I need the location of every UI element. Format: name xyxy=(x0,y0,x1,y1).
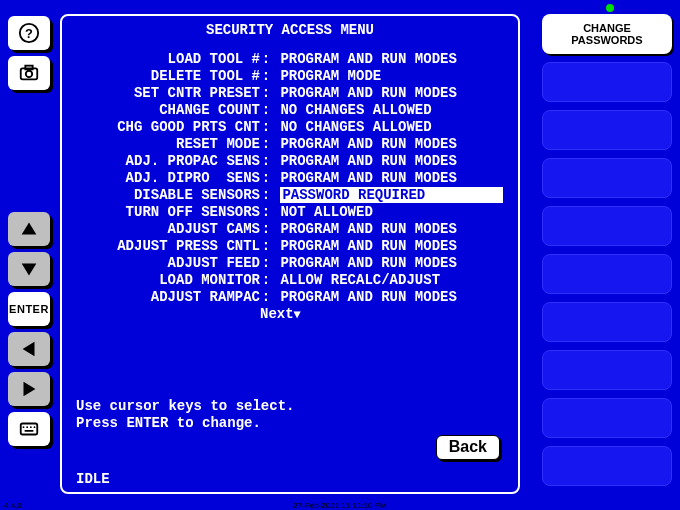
setting-row[interactable]: ADJUST PRESS CNTL: PROGRAM AND RUN MODES xyxy=(70,238,510,255)
setting-label: ADJUST CAMS xyxy=(70,221,260,238)
status-text: IDLE xyxy=(76,471,110,488)
setting-row[interactable]: LOAD TOOL #: PROGRAM AND RUN MODES xyxy=(70,51,510,68)
camera-icon xyxy=(18,62,40,84)
setting-row[interactable]: LOAD MONITOR: ALLOW RECALC/ADJUST xyxy=(70,272,510,289)
setting-label: SET CNTR PRESET xyxy=(70,85,260,102)
setting-label: TURN OFF SENSORS xyxy=(70,204,260,221)
setting-colon: : xyxy=(260,51,272,68)
setting-value-wrap: PROGRAM AND RUN MODES xyxy=(280,289,510,306)
setting-row[interactable]: ADJUST CAMS: PROGRAM AND RUN MODES xyxy=(70,221,510,238)
setting-label: RESET MODE xyxy=(70,136,260,153)
chevron-down-icon: ▼ xyxy=(294,308,301,322)
setting-value: PROGRAM AND RUN MODES xyxy=(280,51,456,67)
back-button[interactable]: Back xyxy=(436,435,500,460)
svg-marker-5 xyxy=(22,223,37,235)
change-passwords-button[interactable]: CHANGE PASSWORDS xyxy=(542,14,672,54)
softkey-blank-5 xyxy=(542,206,672,246)
setting-colon: : xyxy=(260,238,272,255)
setting-value-wrap: PROGRAM MODE xyxy=(280,68,510,85)
svg-point-4 xyxy=(26,71,32,77)
setting-value: PROGRAM AND RUN MODES xyxy=(280,238,456,254)
setting-label: DISABLE SENSORS xyxy=(70,187,260,204)
setting-value-wrap: PROGRAM AND RUN MODES xyxy=(280,238,510,255)
setting-row[interactable]: ADJ. DIPRO SENS: PROGRAM AND RUN MODES xyxy=(70,170,510,187)
setting-row[interactable]: ADJ. PROPAC SENS: PROGRAM AND RUN MODES xyxy=(70,153,510,170)
keyboard-icon xyxy=(18,418,40,440)
setting-label: ADJUST PRESS CNTL xyxy=(70,238,260,255)
down-button[interactable] xyxy=(8,252,50,286)
setting-row[interactable]: ADJUST FEED: PROGRAM AND RUN MODES xyxy=(70,255,510,272)
svg-marker-6 xyxy=(22,264,37,276)
setting-colon: : xyxy=(260,187,272,204)
settings-list: LOAD TOOL #: PROGRAM AND RUN MODESDELETE… xyxy=(70,51,510,306)
setting-label: CHG GOOD PRTS CNT xyxy=(70,119,260,136)
help-line-2: Press ENTER to change. xyxy=(76,415,261,431)
setting-value: NO CHANGES ALLOWED xyxy=(280,102,431,118)
setting-value: PASSWORD REQUIRED xyxy=(280,187,502,203)
setting-value: PROGRAM AND RUN MODES xyxy=(280,289,456,305)
setting-row[interactable]: DISABLE SENSORS: PASSWORD REQUIRED xyxy=(70,187,510,204)
setting-value: PROGRAM AND RUN MODES xyxy=(280,136,456,152)
left-button[interactable] xyxy=(8,332,50,366)
keyboard-button[interactable] xyxy=(8,412,50,446)
setting-value-wrap: PROGRAM AND RUN MODES xyxy=(280,85,510,102)
setting-colon: : xyxy=(260,68,272,85)
help-text: Use cursor keys to select. Press ENTER t… xyxy=(76,398,294,432)
setting-label: CHANGE COUNT xyxy=(70,102,260,119)
softkey-blank-9 xyxy=(542,398,672,438)
setting-row[interactable]: ADJUST RAMPAC: PROGRAM AND RUN MODES xyxy=(70,289,510,306)
setting-row[interactable]: TURN OFF SENSORS: NOT ALLOWED xyxy=(70,204,510,221)
setting-row[interactable]: CHANGE COUNT: NO CHANGES ALLOWED xyxy=(70,102,510,119)
enter-label: ENTER xyxy=(9,303,49,315)
setting-colon: : xyxy=(260,153,272,170)
setting-value-wrap: PROGRAM AND RUN MODES xyxy=(280,136,510,153)
softkey-blank-10 xyxy=(542,446,672,486)
right-softkeys: CHANGE PASSWORDS xyxy=(542,14,672,486)
setting-colon: : xyxy=(260,289,272,306)
up-button[interactable] xyxy=(8,212,50,246)
setting-value: PROGRAM AND RUN MODES xyxy=(280,170,456,186)
left-toolbar: ? ENTER xyxy=(8,16,54,446)
setting-value: PROGRAM AND RUN MODES xyxy=(280,153,456,169)
timestamp-label: 27-Feb-2021 11:11:10 PM xyxy=(0,501,680,510)
setting-row[interactable]: RESET MODE: PROGRAM AND RUN MODES xyxy=(70,136,510,153)
arrow-left-icon xyxy=(18,338,40,360)
setting-value-wrap: PROGRAM AND RUN MODES xyxy=(280,255,510,272)
setting-row[interactable]: CHG GOOD PRTS CNT: NO CHANGES ALLOWED xyxy=(70,119,510,136)
next-page[interactable]: Next▼ xyxy=(70,306,510,324)
setting-colon: : xyxy=(260,85,272,102)
setting-value-wrap: NO CHANGES ALLOWED xyxy=(280,102,510,119)
setting-colon: : xyxy=(260,170,272,187)
setting-colon: : xyxy=(260,136,272,153)
setting-colon: : xyxy=(260,204,272,221)
setting-value-wrap: PROGRAM AND RUN MODES xyxy=(280,221,510,238)
softkey-blank-8 xyxy=(542,350,672,390)
right-button[interactable] xyxy=(8,372,50,406)
setting-label: ADJ. DIPRO SENS xyxy=(70,170,260,187)
setting-label: ADJ. PROPAC SENS xyxy=(70,153,260,170)
setting-value-wrap: PASSWORD REQUIRED xyxy=(280,187,510,204)
softkey-blank-3 xyxy=(542,110,672,150)
help-button[interactable]: ? xyxy=(8,16,50,50)
next-label: Next xyxy=(260,306,294,322)
help-icon: ? xyxy=(18,22,40,44)
setting-colon: : xyxy=(260,255,272,272)
setting-value-wrap: PROGRAM AND RUN MODES xyxy=(280,170,510,187)
setting-row[interactable]: SET CNTR PRESET: PROGRAM AND RUN MODES xyxy=(70,85,510,102)
setting-row[interactable]: DELETE TOOL #: PROGRAM MODE xyxy=(70,68,510,85)
setting-value: ALLOW RECALC/ADJUST xyxy=(280,272,440,288)
setting-value: PROGRAM AND RUN MODES xyxy=(280,255,456,271)
setting-value: NOT ALLOWED xyxy=(280,204,372,220)
main-panel: SECURITY ACCESS MENU LOAD TOOL #: PROGRA… xyxy=(60,14,520,494)
softkey-blank-7 xyxy=(542,302,672,342)
camera-button[interactable] xyxy=(8,56,50,90)
page-title: SECURITY ACCESS MENU xyxy=(70,22,510,39)
arrow-up-icon xyxy=(18,218,40,240)
arrow-right-icon xyxy=(18,378,40,400)
setting-colon: : xyxy=(260,119,272,136)
enter-button[interactable]: ENTER xyxy=(8,292,50,326)
setting-label: DELETE TOOL # xyxy=(70,68,260,85)
setting-value-wrap: PROGRAM AND RUN MODES xyxy=(280,51,510,68)
setting-label: ADJUST RAMPAC xyxy=(70,289,260,306)
setting-value: PROGRAM MODE xyxy=(280,68,381,84)
